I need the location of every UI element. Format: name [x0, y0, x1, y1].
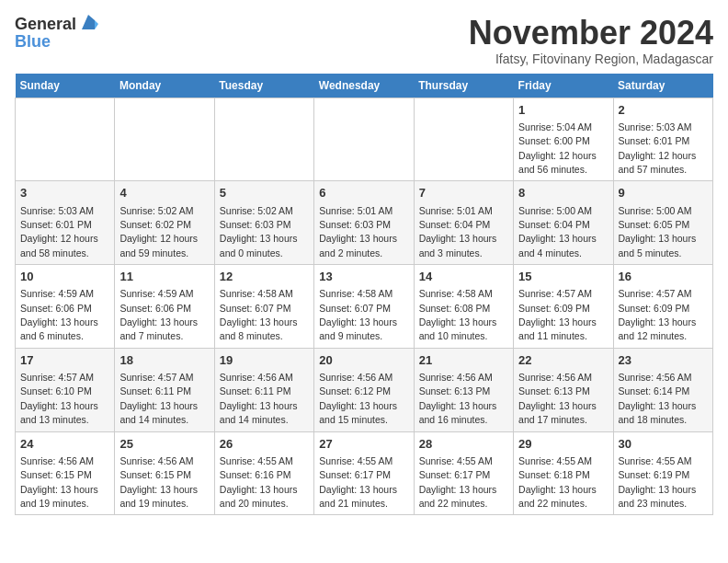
day-number: 24: [20, 436, 109, 453]
day-info: Sunrise: 5:02 AM Sunset: 6:03 PM Dayligh…: [220, 205, 298, 259]
weekday-header-tuesday: Tuesday: [214, 74, 313, 98]
day-info: Sunrise: 4:55 AM Sunset: 6:16 PM Dayligh…: [220, 455, 298, 509]
day-cell: 5Sunrise: 5:02 AM Sunset: 6:03 PM Daylig…: [214, 181, 313, 265]
day-cell: 18Sunrise: 4:57 AM Sunset: 6:11 PM Dayli…: [115, 348, 214, 431]
day-number: 14: [419, 269, 508, 285]
day-cell: 17Sunrise: 4:57 AM Sunset: 6:10 PM Dayli…: [16, 348, 115, 431]
svg-marker-0: [82, 15, 95, 29]
day-cell: [414, 98, 513, 181]
day-number: 5: [220, 185, 309, 201]
day-cell: 19Sunrise: 4:56 AM Sunset: 6:11 PM Dayli…: [214, 348, 313, 431]
day-info: Sunrise: 4:55 AM Sunset: 6:17 PM Dayligh…: [319, 455, 397, 509]
day-info: Sunrise: 4:59 AM Sunset: 6:06 PM Dayligh…: [20, 288, 98, 341]
day-number: 4: [119, 185, 209, 201]
day-info: Sunrise: 4:58 AM Sunset: 6:07 PM Dayligh…: [319, 288, 397, 341]
month-title: November 2024: [469, 15, 713, 52]
day-cell: [214, 98, 313, 181]
day-number: 27: [319, 436, 408, 453]
day-info: Sunrise: 4:55 AM Sunset: 6:18 PM Dayligh…: [518, 455, 597, 509]
day-info: Sunrise: 4:56 AM Sunset: 6:13 PM Dayligh…: [419, 372, 497, 425]
day-info: Sunrise: 4:56 AM Sunset: 6:14 PM Dayligh…: [619, 372, 697, 425]
logo-icon: [78, 13, 98, 33]
day-cell: 3Sunrise: 5:03 AM Sunset: 6:01 PM Daylig…: [16, 181, 115, 265]
title-area: November 2024 Ifatsy, Fitovinany Region,…: [469, 15, 713, 66]
day-cell: 28Sunrise: 4:55 AM Sunset: 6:17 PM Dayli…: [414, 431, 513, 515]
week-row-3: 10Sunrise: 4:59 AM Sunset: 6:06 PM Dayli…: [16, 265, 713, 349]
day-info: Sunrise: 4:57 AM Sunset: 6:09 PM Dayligh…: [619, 288, 697, 341]
day-cell: 30Sunrise: 4:55 AM Sunset: 6:19 PM Dayli…: [613, 431, 712, 515]
day-number: 9: [619, 185, 708, 201]
weekday-header-saturday: Saturday: [613, 74, 712, 98]
week-row-1: 1Sunrise: 5:04 AM Sunset: 6:00 PM Daylig…: [16, 98, 713, 181]
day-info: Sunrise: 4:55 AM Sunset: 6:19 PM Dayligh…: [619, 455, 697, 509]
day-info: Sunrise: 4:59 AM Sunset: 6:06 PM Dayligh…: [119, 288, 198, 341]
day-number: 7: [419, 185, 508, 201]
day-number: 3: [20, 185, 109, 201]
day-number: 10: [20, 269, 109, 285]
day-cell: 15Sunrise: 4:57 AM Sunset: 6:09 PM Dayli…: [514, 265, 613, 349]
day-number: 11: [119, 269, 209, 285]
day-number: 6: [319, 185, 408, 201]
day-cell: 29Sunrise: 4:55 AM Sunset: 6:18 PM Dayli…: [514, 431, 613, 515]
day-cell: [16, 98, 115, 181]
weekday-header-sunday: Sunday: [16, 74, 115, 98]
day-number: 23: [619, 352, 708, 369]
week-row-2: 3Sunrise: 5:03 AM Sunset: 6:01 PM Daylig…: [16, 181, 713, 265]
day-cell: 20Sunrise: 4:56 AM Sunset: 6:12 PM Dayli…: [314, 348, 414, 431]
day-cell: 8Sunrise: 5:00 AM Sunset: 6:04 PM Daylig…: [514, 181, 613, 265]
day-info: Sunrise: 4:57 AM Sunset: 6:11 PM Dayligh…: [119, 372, 198, 425]
day-number: 1: [518, 102, 608, 119]
day-cell: 25Sunrise: 4:56 AM Sunset: 6:15 PM Dayli…: [115, 431, 214, 515]
day-cell: 27Sunrise: 4:55 AM Sunset: 6:17 PM Dayli…: [314, 431, 414, 515]
day-number: 25: [119, 436, 209, 453]
day-cell: 2Sunrise: 5:03 AM Sunset: 6:01 PM Daylig…: [613, 98, 712, 181]
day-info: Sunrise: 4:57 AM Sunset: 6:10 PM Dayligh…: [20, 372, 98, 425]
day-info: Sunrise: 5:00 AM Sunset: 6:04 PM Dayligh…: [518, 205, 597, 259]
day-info: Sunrise: 5:03 AM Sunset: 6:01 PM Dayligh…: [619, 121, 697, 175]
day-cell: 9Sunrise: 5:00 AM Sunset: 6:05 PM Daylig…: [613, 181, 712, 265]
subtitle: Ifatsy, Fitovinany Region, Madagascar: [469, 52, 713, 66]
day-info: Sunrise: 4:56 AM Sunset: 6:11 PM Dayligh…: [220, 372, 298, 425]
day-info: Sunrise: 5:03 AM Sunset: 6:01 PM Dayligh…: [20, 205, 98, 259]
day-cell: 4Sunrise: 5:02 AM Sunset: 6:02 PM Daylig…: [115, 181, 214, 265]
header: General Blue November 2024 Ifatsy, Fitov…: [15, 15, 713, 66]
day-info: Sunrise: 4:56 AM Sunset: 6:15 PM Dayligh…: [20, 455, 98, 509]
weekday-header-friday: Friday: [514, 74, 613, 98]
day-number: 12: [220, 269, 309, 285]
day-number: 19: [220, 352, 309, 369]
day-cell: 16Sunrise: 4:57 AM Sunset: 6:09 PM Dayli…: [613, 265, 712, 349]
day-number: 15: [518, 269, 608, 285]
day-number: 13: [319, 269, 408, 285]
day-cell: 23Sunrise: 4:56 AM Sunset: 6:14 PM Dayli…: [613, 348, 712, 431]
week-row-5: 24Sunrise: 4:56 AM Sunset: 6:15 PM Dayli…: [16, 431, 713, 515]
day-cell: [115, 98, 214, 181]
day-cell: 12Sunrise: 4:58 AM Sunset: 6:07 PM Dayli…: [214, 265, 313, 349]
day-cell: 11Sunrise: 4:59 AM Sunset: 6:06 PM Dayli…: [115, 265, 214, 349]
day-cell: 6Sunrise: 5:01 AM Sunset: 6:03 PM Daylig…: [314, 181, 414, 265]
week-row-4: 17Sunrise: 4:57 AM Sunset: 6:10 PM Dayli…: [16, 348, 713, 431]
svg-marker-1: [95, 20, 98, 29]
logo-blue-text: Blue: [15, 33, 98, 50]
weekday-header-monday: Monday: [115, 74, 214, 98]
day-cell: 13Sunrise: 4:58 AM Sunset: 6:07 PM Dayli…: [314, 265, 414, 349]
day-info: Sunrise: 4:56 AM Sunset: 6:12 PM Dayligh…: [319, 372, 397, 425]
day-info: Sunrise: 4:56 AM Sunset: 6:13 PM Dayligh…: [518, 372, 597, 425]
day-cell: 26Sunrise: 4:55 AM Sunset: 6:16 PM Dayli…: [214, 431, 313, 515]
day-number: 16: [619, 269, 708, 285]
day-number: 20: [319, 352, 408, 369]
day-number: 21: [419, 352, 508, 369]
day-cell: 21Sunrise: 4:56 AM Sunset: 6:13 PM Dayli…: [414, 348, 513, 431]
day-cell: 10Sunrise: 4:59 AM Sunset: 6:06 PM Dayli…: [16, 265, 115, 349]
day-number: 22: [518, 352, 608, 369]
day-cell: 7Sunrise: 5:01 AM Sunset: 6:04 PM Daylig…: [414, 181, 513, 265]
day-info: Sunrise: 5:00 AM Sunset: 6:05 PM Dayligh…: [619, 205, 697, 259]
day-number: 26: [220, 436, 309, 453]
logo-general-text: General: [15, 16, 76, 32]
day-number: 29: [518, 436, 608, 453]
weekday-header-wednesday: Wednesday: [314, 74, 414, 98]
day-cell: 24Sunrise: 4:56 AM Sunset: 6:15 PM Dayli…: [16, 431, 115, 515]
day-number: 28: [419, 436, 508, 453]
day-number: 30: [619, 436, 708, 453]
day-info: Sunrise: 4:55 AM Sunset: 6:17 PM Dayligh…: [419, 455, 497, 509]
day-number: 17: [20, 352, 109, 369]
